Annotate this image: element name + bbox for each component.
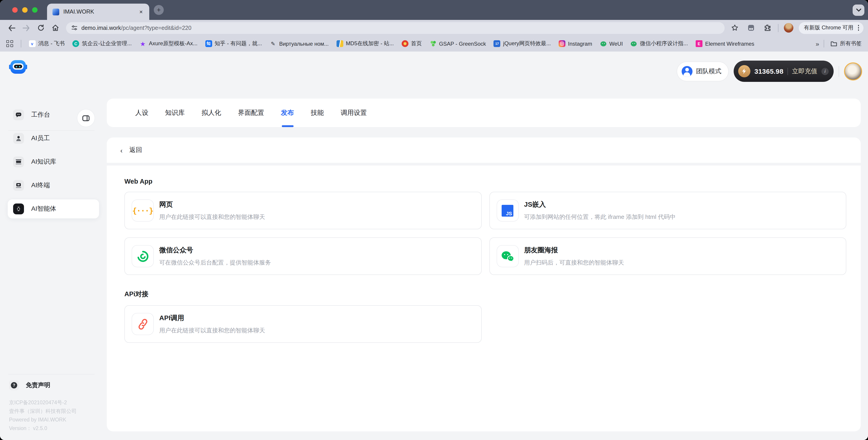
minimize-window-button[interactable] <box>22 7 28 13</box>
sidebar-item-ai-terminal[interactable]: AI终端 <box>8 176 99 195</box>
knowledge-base-icon <box>13 156 24 167</box>
sidebar-item-ai-knowledge[interactable]: AI知识库 <box>8 152 99 171</box>
bookmark-item[interactable]: 17jQuery网页特效最... <box>494 40 551 48</box>
user-avatar[interactable] <box>844 62 862 80</box>
feishu-icon: v <box>29 40 35 47</box>
menu-kebab-icon[interactable] <box>857 25 860 31</box>
sketch-icon: ✎ <box>270 40 276 47</box>
js-icon: JS <box>496 199 519 222</box>
sidebar-item-workbench[interactable]: 工作台 <box>8 105 99 124</box>
recharge-label: 立即充值 <box>792 67 817 75</box>
tab-favicon <box>53 8 59 15</box>
link-icon <box>132 313 154 335</box>
bookmark-item[interactable]: ✎Виртуальные ном... <box>270 40 329 47</box>
publish-card-js-embed[interactable]: JS JS嵌入 可添加到网站的任何位置，将此 iframe 添加到 html 代… <box>489 192 846 229</box>
tab-skills[interactable]: 技能 <box>311 99 324 127</box>
person-icon <box>13 133 24 144</box>
bookmark-item[interactable]: Instagram <box>559 40 592 47</box>
reload-button[interactable] <box>35 22 46 33</box>
section-title-webapp: Web App <box>124 165 846 185</box>
gov-icon <box>401 40 408 47</box>
close-window-button[interactable] <box>12 7 18 13</box>
zhihu-icon: 知 <box>205 40 212 47</box>
tab-publish[interactable]: 发布 <box>281 99 294 127</box>
footer-meta: 京ICP备2021020474号-2 壹件事（深圳）科技有限公司 Powered… <box>9 399 107 433</box>
apps-grid-icon[interactable] <box>6 40 13 47</box>
company-line: 壹件事（深圳）科技有限公司 <box>9 407 107 416</box>
tab-search-button[interactable] <box>852 4 864 16</box>
chrome-update-label: 有新版 Chrome 可用 <box>804 24 853 32</box>
bookmark-item[interactable]: MD5在线加密 - 站... <box>336 40 394 48</box>
tab-humanize[interactable]: 拟人化 <box>202 99 221 127</box>
split-view-icon[interactable] <box>745 22 756 33</box>
agent-config-tabs: 人设 知识库 拟人化 界面配置 发布 技能 调用设置 <box>107 99 861 127</box>
traffic-lights <box>12 7 37 13</box>
wechat-official-icon <box>132 245 154 267</box>
address-bar[interactable]: demo.imai.work/pc/agent?type=edit&id=220 <box>66 22 724 34</box>
bookmark-item[interactable]: 微信小程序设计指... <box>630 40 688 48</box>
bookmark-star-icon[interactable] <box>729 22 740 33</box>
page-header-actions: 团队模式 31365.98 立即充值 i <box>677 61 862 82</box>
back-button[interactable]: 返回 <box>129 146 142 154</box>
new-tab-button[interactable]: + <box>154 5 164 15</box>
publish-card-moments-poster[interactable]: 朋友圈海报 用户扫码后，可直接和您的智能体聊天 <box>489 238 846 275</box>
bookmark-item[interactable]: GSAP - GreenSock <box>430 40 486 47</box>
app-logo <box>9 60 27 74</box>
publish-card-api-call[interactable]: API调用 用户在此链接可以直接和您的智能体聊天 <box>124 305 482 343</box>
chrome-update-button[interactable]: 有新版 Chrome 可用 <box>799 22 864 34</box>
wallet-recharge-button[interactable]: 31365.98 立即充值 i <box>734 61 834 82</box>
url-text: demo.imai.work/pc/agent?type=edit&id=220 <box>82 25 191 31</box>
back-button[interactable] <box>6 22 17 33</box>
balance-amount: 31365.98 <box>754 67 783 75</box>
bookmarks-bar: v消息 - 飞书 C筑企云-让企业管理... ★Axure原型模板-Ax... … <box>0 36 868 52</box>
wechat-icon <box>630 40 637 47</box>
browser-profile-avatar[interactable] <box>784 23 794 33</box>
chevron-left-icon[interactable]: ‹ <box>120 146 123 154</box>
browser-window: IMAI.WORK ✕ + demo.imai.work/pc/agent?ty… <box>0 0 868 440</box>
tab-knowledge[interactable]: 知识库 <box>165 99 185 127</box>
bookmark-item[interactable]: WeUI <box>600 40 623 47</box>
tab-invoke-settings[interactable]: 调用设置 <box>341 99 367 127</box>
terminal-device-icon <box>13 180 24 191</box>
team-person-icon <box>682 66 692 77</box>
team-mode-button[interactable]: 团队模式 <box>677 61 729 81</box>
publish-card-wechat-official[interactable]: 微信公众号 可在微信公众号后台配置，提供智能体服务 <box>124 238 482 275</box>
publish-card-webpage[interactable]: {···} 网页 用户在此链接可以直接和您的智能体聊天 <box>124 192 482 229</box>
extensions-puzzle-icon[interactable] <box>762 22 773 33</box>
info-icon[interactable]: i <box>822 68 829 75</box>
sidebar-footer: ? 免责声明 京ICP备2021020474号-2 壹件事（深圳）科技有限公司 … <box>0 374 107 433</box>
bookmark-item[interactable]: ★Axure原型模板-Ax... <box>139 40 197 48</box>
tab-persona[interactable]: 人设 <box>135 99 148 127</box>
zhuqiyun-icon: C <box>72 40 79 47</box>
jquery-icon: 17 <box>494 40 500 47</box>
bookmark-item[interactable]: 首页 <box>401 40 422 48</box>
instagram-icon <box>559 40 565 47</box>
bookmark-item[interactable]: 知知乎 - 有问题，就... <box>205 40 262 48</box>
app-page: 工作台 AI员工 AI知识库 AI终端 AI智能体 ? <box>0 52 868 440</box>
all-bookmarks-button[interactable]: 所有书签 <box>831 40 862 48</box>
bookmarks-overflow-chevron[interactable]: » <box>811 40 824 47</box>
disclaimer-link[interactable]: ? 免责声明 <box>9 380 107 390</box>
active-tab-underline <box>282 125 293 127</box>
gsap-icon <box>430 40 436 47</box>
sidebar-item-ai-staff[interactable]: AI员工 <box>8 129 99 148</box>
md5-icon <box>336 40 343 47</box>
bookmark-item[interactable]: v消息 - 飞书 <box>29 40 65 48</box>
chat-icon <box>13 109 24 120</box>
site-controls-icon[interactable] <box>71 25 78 31</box>
fullscreen-window-button[interactable] <box>32 7 37 13</box>
axure-icon: ★ <box>139 40 146 47</box>
tab-interface[interactable]: 界面配置 <box>238 99 264 127</box>
sidebar-item-ai-agent[interactable]: AI智能体 <box>8 199 99 218</box>
bookmark-item[interactable]: C筑企云-让企业管理... <box>72 40 132 48</box>
back-bar: ‹ 返回 <box>107 137 861 163</box>
robot-icon <box>13 203 24 214</box>
tab-close-icon[interactable]: ✕ <box>137 8 145 15</box>
forward-button[interactable] <box>21 22 32 33</box>
weui-icon <box>600 40 607 47</box>
home-button[interactable] <box>50 22 61 33</box>
bookmark-item[interactable]: EElement Wireframes <box>696 40 754 47</box>
browser-tab[interactable]: IMAI.WORK ✕ <box>47 4 149 20</box>
powered-by-line: Powered by IMAI.WORK <box>9 416 107 424</box>
version-line: Version： v2.5.0 <box>9 424 107 433</box>
